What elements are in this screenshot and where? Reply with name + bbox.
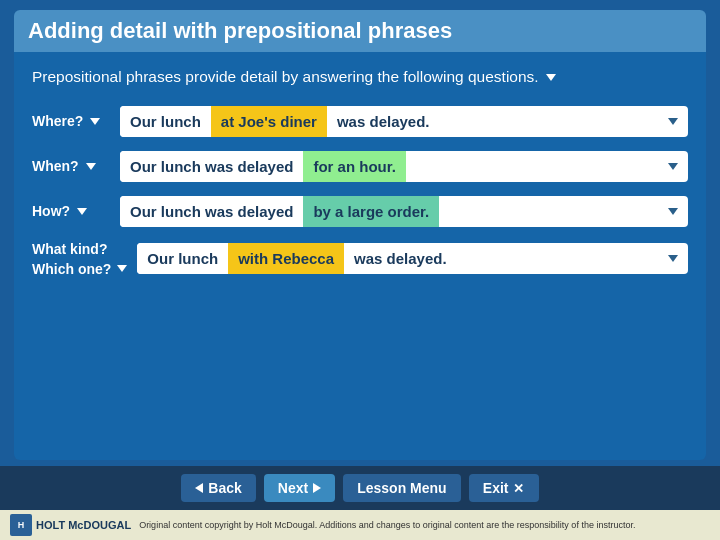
- when-label[interactable]: When?: [32, 158, 110, 174]
- exit-x-icon: ✕: [513, 481, 524, 496]
- where-row: Where? Our lunch at Joe's diner was dela…: [32, 106, 688, 137]
- when-sentence: Our lunch was delayed for an hour.: [120, 151, 688, 182]
- where-part-3: was delayed.: [327, 106, 440, 137]
- next-button[interactable]: Next: [264, 474, 335, 502]
- how-sentence-dropdown[interactable]: [668, 208, 678, 215]
- where-dropdown-icon[interactable]: [90, 118, 100, 125]
- footer-logo: H HOLT McDOUGAL: [10, 514, 131, 536]
- how-sentence: Our lunch was delayed by a large order.: [120, 196, 688, 227]
- whatkind-sentence-dropdown[interactable]: [668, 255, 678, 262]
- whatkind-sentence: Our lunch with Rebecca was delayed.: [137, 243, 688, 274]
- whatkind-dropdown-icon[interactable]: [117, 265, 127, 272]
- holt-logo-icon: H: [10, 514, 32, 536]
- whatkind-label[interactable]: What kind? Which one?: [32, 241, 127, 277]
- intro-dropdown-icon[interactable]: [546, 74, 556, 81]
- how-sentence-arrow[interactable]: [655, 201, 688, 222]
- brand-name: HOLT McDOUGAL: [36, 519, 131, 531]
- where-sentence-dropdown[interactable]: [668, 118, 678, 125]
- back-button[interactable]: Back: [181, 474, 255, 502]
- footer: H HOLT McDOUGAL Original content copyrig…: [0, 510, 720, 540]
- how-part-1: Our lunch was delayed: [120, 196, 303, 227]
- bottom-nav: Back Next Lesson Menu Exit ✕: [0, 466, 720, 510]
- how-row: How? Our lunch was delayed by a large or…: [32, 196, 688, 227]
- whatkind-part-2: with Rebecca: [228, 243, 344, 274]
- when-sentence-arrow[interactable]: [655, 156, 688, 177]
- footer-copyright: Original content copyright by Holt McDou…: [139, 520, 635, 530]
- where-sentence: Our lunch at Joe's diner was delayed.: [120, 106, 688, 137]
- lesson-menu-button[interactable]: Lesson Menu: [343, 474, 460, 502]
- back-arrow-icon: [195, 483, 203, 493]
- when-dropdown-icon[interactable]: [86, 163, 96, 170]
- where-part-1: Our lunch: [120, 106, 211, 137]
- how-dropdown-icon[interactable]: [77, 208, 87, 215]
- next-arrow-icon: [313, 483, 321, 493]
- when-sentence-dropdown[interactable]: [668, 163, 678, 170]
- exit-button[interactable]: Exit ✕: [469, 474, 539, 502]
- when-part-1: Our lunch was delayed: [120, 151, 303, 182]
- when-row: When? Our lunch was delayed for an hour.: [32, 151, 688, 182]
- where-part-2: at Joe's diner: [211, 106, 327, 137]
- whatkind-row: What kind? Which one? Our lunch with Reb…: [32, 241, 688, 277]
- whatkind-part-3: was delayed.: [344, 243, 457, 274]
- how-part-2: by a large order.: [303, 196, 439, 227]
- intro-text: Prepositional phrases provide detail by …: [32, 66, 688, 88]
- where-sentence-arrow[interactable]: [655, 111, 688, 132]
- how-label[interactable]: How?: [32, 203, 110, 219]
- where-label[interactable]: Where?: [32, 113, 110, 129]
- whatkind-sentence-arrow[interactable]: [655, 248, 688, 269]
- page-title: Adding detail with prepositional phrases: [28, 18, 692, 44]
- whatkind-part-1: Our lunch: [137, 243, 228, 274]
- when-part-2: for an hour.: [303, 151, 406, 182]
